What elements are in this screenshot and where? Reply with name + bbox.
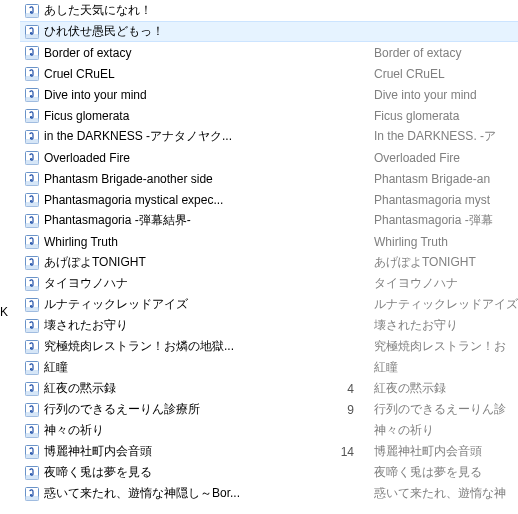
track-title: Dive into your mind [44,88,334,102]
track-row[interactable]: in the DARKNESS -アナタノヤク...In the DARKNES… [20,126,518,147]
track-album: 夜啼く兎は夢を見る [374,464,518,481]
letter-index-label: K [0,305,8,319]
track-album: 究極焼肉レストラン！お [374,338,518,355]
track-row[interactable]: 惑いて来たれ、遊惰な神隠し～Bor...惑いて来たれ、遊惰な神 [20,483,518,504]
track-album: 壊されたお守り [374,317,518,334]
track-title: Border of extacy [44,46,334,60]
track-row[interactable]: タイヨウノハナタイヨウノハナ [20,273,518,294]
track-count: 4 [334,382,374,396]
track-title: Cruel CRuEL [44,67,334,81]
track-album: Border of extacy [374,46,518,60]
track-row[interactable]: Dive into your mindDive into your mind [20,84,518,105]
track-row[interactable]: ルナティックレッドアイズルナティックレッドアイズ [20,294,518,315]
left-edge-panel: K [0,0,20,514]
track-row[interactable]: 紅夜の黙示録4紅夜の黙示録 [20,378,518,399]
music-file-icon [24,129,40,145]
music-file-icon [24,87,40,103]
track-title: 神々の祈り [44,422,334,439]
track-title: Phantasmagoria mystical expec... [44,193,334,207]
track-title: Ficus glomerata [44,109,334,123]
track-title: 夜啼く兎は夢を見る [44,464,334,481]
track-title: Phantasm Brigade-another side [44,172,334,186]
music-file-icon [24,3,40,19]
music-file-icon [24,276,40,292]
track-count: 14 [334,445,374,459]
track-album: 惑いて来たれ、遊惰な神 [374,485,518,502]
track-title: あげぽよTONIGHT [44,254,334,271]
music-file-icon [24,192,40,208]
track-title: Phantasmagoria -弾幕結界- [44,212,334,229]
music-file-icon [24,150,40,166]
track-row[interactable]: 博麗神社町内会音頭14博麗神社町内会音頭 [20,441,518,462]
track-title: 博麗神社町内会音頭 [44,443,334,460]
track-album: 紅夜の黙示録 [374,380,518,397]
track-row[interactable]: あげぽよTONIGHTあげぽよTONIGHT [20,252,518,273]
music-file-icon [24,318,40,334]
track-title: Whirling Truth [44,235,334,249]
music-file-icon [24,486,40,502]
track-row[interactable]: Overloaded FireOverloaded Fire [20,147,518,168]
track-album: 博麗神社町内会音頭 [374,443,518,460]
music-file-icon [24,297,40,313]
track-row[interactable]: Ficus glomerataFicus glomerata [20,105,518,126]
track-row[interactable]: 究極焼肉レストラン！お燐の地獄...究極焼肉レストラン！お [20,336,518,357]
track-list[interactable]: あした天気になれ！ ひれ伏せ愚民どもっ！ Border of extacyBor… [20,0,518,504]
music-file-icon [24,45,40,61]
track-album: 行列のできるえーりん診 [374,401,518,418]
track-album: Cruel CRuEL [374,67,518,81]
track-album: タイヨウノハナ [374,275,518,292]
track-album: Phantasm Brigade-an [374,172,518,186]
music-file-icon [24,24,40,40]
track-title: 行列のできるえーりん診療所 [44,401,334,418]
music-file-icon [24,234,40,250]
track-row[interactable]: 行列のできるえーりん診療所9行列のできるえーりん診 [20,399,518,420]
music-file-icon [24,171,40,187]
track-album: Overloaded Fire [374,151,518,165]
track-album: Phantasmagoria -弾幕 [374,212,518,229]
track-album: In the DARKNESS. -ア [374,128,518,145]
track-row[interactable]: Phantasmagoria mystical expec...Phantasm… [20,189,518,210]
track-title: ルナティックレッドアイズ [44,296,334,313]
music-file-icon [24,402,40,418]
track-row[interactable]: Phantasmagoria -弾幕結界-Phantasmagoria -弾幕 [20,210,518,231]
music-file-icon [24,444,40,460]
music-file-icon [24,213,40,229]
track-title: Overloaded Fire [44,151,334,165]
track-album: Dive into your mind [374,88,518,102]
track-row[interactable]: 神々の祈り神々の祈り [20,420,518,441]
track-count: 9 [334,403,374,417]
track-album: 神々の祈り [374,422,518,439]
track-title: 紅夜の黙示録 [44,380,334,397]
music-file-icon [24,465,40,481]
track-row[interactable]: 紅瞳紅瞳 [20,357,518,378]
track-row[interactable]: Phantasm Brigade-another sidePhantasm Br… [20,168,518,189]
track-row[interactable]: ひれ伏せ愚民どもっ！ [20,21,518,42]
music-file-icon [24,339,40,355]
track-album: 紅瞳 [374,359,518,376]
track-row[interactable]: 壊されたお守り壊されたお守り [20,315,518,336]
track-title: ひれ伏せ愚民どもっ！ [44,23,334,40]
music-file-icon [24,108,40,124]
track-album: あげぽよTONIGHT [374,254,518,271]
track-title: 壊されたお守り [44,317,334,334]
track-title: タイヨウノハナ [44,275,334,292]
track-album: ルナティックレッドアイズ [374,296,518,313]
track-album: Phantasmagoria myst [374,193,518,207]
track-row[interactable]: あした天気になれ！ [20,0,518,21]
track-album: Whirling Truth [374,235,518,249]
music-file-icon [24,423,40,439]
track-row[interactable]: Whirling TruthWhirling Truth [20,231,518,252]
music-file-icon [24,381,40,397]
track-row[interactable]: Cruel CRuELCruel CRuEL [20,63,518,84]
track-title: 究極焼肉レストラン！お燐の地獄... [44,338,334,355]
track-title: 紅瞳 [44,359,334,376]
music-file-icon [24,255,40,271]
track-album: Ficus glomerata [374,109,518,123]
track-row[interactable]: Border of extacyBorder of extacy [20,42,518,63]
track-title: 惑いて来たれ、遊惰な神隠し～Bor... [44,485,334,502]
music-file-icon [24,66,40,82]
track-title: in the DARKNESS -アナタノヤク... [44,128,334,145]
track-row[interactable]: 夜啼く兎は夢を見る夜啼く兎は夢を見る [20,462,518,483]
music-file-icon [24,360,40,376]
track-title: あした天気になれ！ [44,2,334,19]
